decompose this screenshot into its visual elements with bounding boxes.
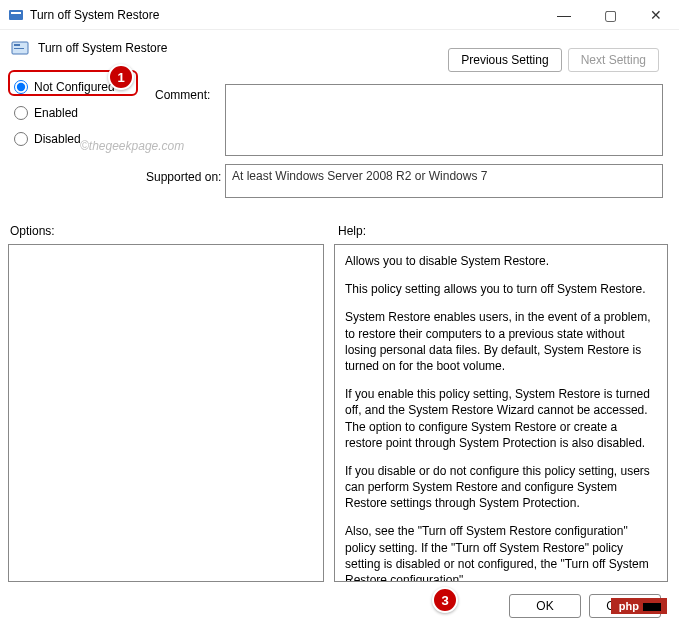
help-paragraph: This policy setting allows you to turn o… [345,281,657,297]
annotation-callout-1: 1 [108,64,134,90]
help-label: Help: [338,224,366,238]
radio-enabled-input[interactable] [14,106,28,120]
svg-rect-4 [14,48,24,49]
help-paragraph: Also, see the "Turn off System Restore c… [345,523,657,582]
supported-on-box[interactable]: At least Windows Server 2008 R2 or Windo… [225,164,663,198]
maximize-button[interactable]: ▢ [587,0,633,30]
php-badge-label: php [619,600,639,612]
radio-disabled-label: Disabled [34,132,81,146]
help-paragraph: Allows you to disable System Restore. [345,253,657,269]
comment-label: Comment: [155,88,210,102]
help-paragraph: System Restore enables users, in the eve… [345,309,657,374]
window-title: Turn off System Restore [30,8,541,22]
options-label: Options: [10,224,55,238]
radio-enabled-label: Enabled [34,106,78,120]
badge-bar-icon [643,603,661,611]
svg-rect-3 [14,44,20,46]
radio-disabled-input[interactable] [14,132,28,146]
php-badge: php [611,598,667,614]
svg-rect-1 [11,12,21,14]
help-paragraph: If you disable or do not configure this … [345,463,657,512]
ok-button[interactable]: OK [509,594,581,618]
annotation-callout-3: 3 [432,587,458,613]
help-panel[interactable]: Allows you to disable System Restore. Th… [334,244,668,582]
window-controls: — ▢ ✕ [541,0,679,30]
watermark-text: ©thegeekpage.com [80,139,184,153]
minimize-button[interactable]: — [541,0,587,30]
close-button[interactable]: ✕ [633,0,679,30]
supported-on-label: Supported on: [146,170,221,184]
help-paragraph: If you enable this policy setting, Syste… [345,386,657,451]
supported-on-text: At least Windows Server 2008 R2 or Windo… [232,169,487,183]
radio-not-configured-label: Not Configured [34,80,115,94]
title-bar: Turn off System Restore — ▢ ✕ [0,0,679,30]
comment-textarea[interactable] [225,84,663,156]
radio-not-configured-input[interactable] [14,80,28,94]
app-icon [8,7,24,23]
policy-icon [10,38,30,58]
options-panel [8,244,324,582]
svg-rect-0 [9,10,23,20]
